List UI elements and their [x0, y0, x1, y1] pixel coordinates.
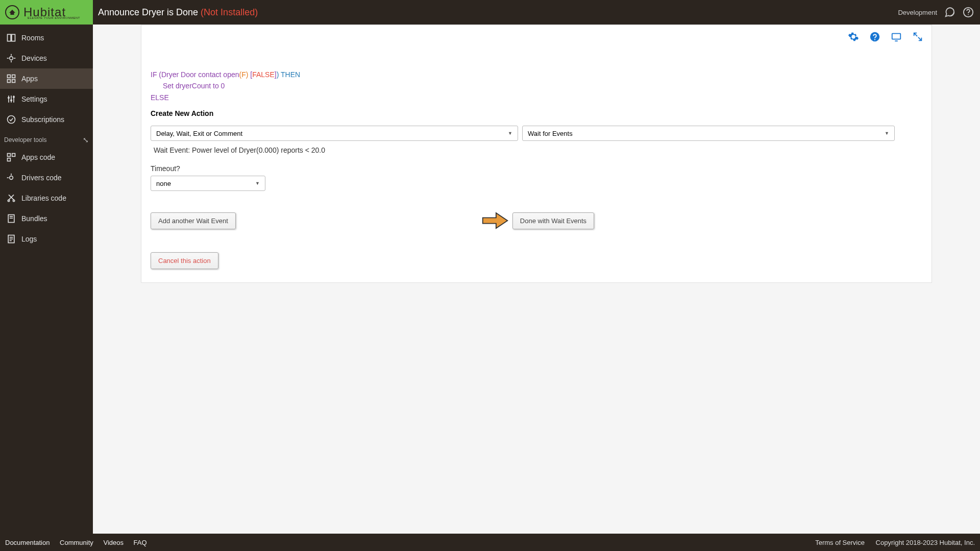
apps-icon [6, 74, 16, 84]
footer-copyright: Copyright 2018-2023 Hubitat, Inc. [876, 539, 975, 546]
sidebar-item-libraries-code[interactable]: Libraries code [0, 188, 93, 208]
svg-rect-9 [8, 75, 11, 78]
sidebar-item-subscriptions[interactable]: Subscriptions [0, 109, 93, 130]
logo-icon [5, 5, 19, 19]
svg-rect-3 [12, 34, 15, 41]
svg-rect-12 [12, 80, 15, 83]
cancel-action-button[interactable]: Cancel this action [151, 252, 218, 269]
rule-card: IF (Dryer Door contact open(F) [FALSE]) … [141, 25, 932, 283]
select-value: none [156, 180, 171, 187]
arrow-annotation-icon [481, 209, 509, 232]
footer-link-community[interactable]: Community [60, 539, 93, 546]
svg-point-26 [8, 200, 9, 201]
mode-label: Development [898, 9, 937, 16]
sidebar-item-apps-code[interactable]: Apps code [0, 147, 93, 167]
app-header: Hubitat ELEVATE YOUR ENVIRONMENT Announc… [0, 0, 980, 25]
wait-buttons-row: Add another Wait Event Done with Wait Ev… [151, 209, 922, 232]
sidebar-item-label: Settings [21, 95, 47, 103]
svg-point-18 [13, 96, 14, 98]
sidebar-item-devices[interactable]: Devices [0, 48, 93, 68]
sidebar-item-drivers-code[interactable]: Drivers code [0, 167, 93, 188]
rooms-icon [6, 33, 16, 43]
subscriptions-icon [6, 114, 16, 125]
chat-icon[interactable] [944, 7, 955, 18]
collapse-icon: ⤡ [83, 136, 89, 144]
sidebar-item-apps[interactable]: Apps [0, 68, 93, 89]
footer-links: Documentation Community Videos FAQ [5, 539, 155, 546]
rule-else: ELSE [151, 92, 922, 103]
sidebar-item-label: Rooms [21, 34, 44, 42]
content-area: IF (Dryer Door contact open(F) [FALSE]) … [93, 25, 980, 534]
select-value: Delay, Wait, Exit or Comment [156, 130, 242, 137]
rule-then: ) THEN [277, 70, 300, 79]
rule-set: Set dryerCount to 0 [151, 80, 922, 91]
sidebar-item-label: Subscriptions [21, 115, 64, 124]
sidebar-item-label: Devices [21, 54, 47, 62]
done-wait-events-button[interactable]: Done with Wait Events [512, 212, 594, 229]
sidebar-item-rooms[interactable]: Rooms [0, 28, 93, 48]
sidebar-item-settings[interactable]: Settings [0, 89, 93, 109]
svg-rect-10 [12, 75, 15, 78]
svg-rect-2 [8, 34, 11, 41]
help-icon[interactable] [963, 7, 974, 18]
svg-point-4 [10, 57, 13, 60]
svg-rect-22 [8, 158, 11, 161]
timeout-select[interactable]: none [151, 176, 265, 191]
dropdown-row: Delay, Wait, Exit or Comment Wait for Ev… [151, 126, 922, 141]
create-action-label: Create New Action [151, 109, 922, 117]
svg-point-19 [8, 116, 15, 124]
devices-icon [6, 53, 16, 63]
footer-link-documentation[interactable]: Documentation [5, 539, 50, 546]
rule-f: (F) [239, 70, 249, 79]
page-title: Announce Dryer is Done (Not Installed) [98, 7, 258, 18]
svg-point-17 [10, 100, 12, 101]
sidebar-item-label: Bundles [21, 214, 47, 223]
settings-icon [6, 94, 16, 104]
svg-point-1 [968, 14, 969, 15]
screen-icon[interactable] [891, 31, 902, 42]
rule-if: IF (Dryer Door contact open [151, 70, 239, 79]
timeout-label: Timeout? [151, 164, 922, 173]
sidebar-item-bundles[interactable]: Bundles [0, 208, 93, 229]
svg-point-27 [13, 200, 14, 201]
title-suffix: (Not Installed) [201, 7, 258, 17]
svg-point-16 [8, 97, 9, 99]
sidebar-section-devtools[interactable]: Developer tools ⤡ [0, 130, 93, 147]
rule-false: FALSE [252, 70, 275, 79]
apps-code-icon [6, 152, 16, 162]
drivers-code-icon [6, 173, 16, 183]
section-label: Developer tools [4, 136, 46, 143]
header-right: Development [898, 7, 980, 18]
footer: Documentation Community Videos FAQ Terms… [0, 534, 980, 551]
sidebar-item-label: Apps code [21, 153, 55, 161]
svg-rect-21 [12, 154, 15, 157]
action-subtype-select[interactable]: Wait for Events [522, 126, 895, 141]
rule-display: IF (Dryer Door contact open(F) [FALSE]) … [151, 69, 922, 103]
libraries-code-icon [6, 193, 16, 203]
action-type-select[interactable]: Delay, Wait, Exit or Comment [151, 126, 518, 141]
expand-icon[interactable] [912, 31, 923, 42]
wait-event-summary: Wait Event: Power level of Dryer(0.000) … [154, 146, 922, 154]
footer-link-faq[interactable]: FAQ [134, 539, 147, 546]
brand-logo[interactable]: Hubitat ELEVATE YOUR ENVIRONMENT [0, 0, 93, 25]
sidebar-item-label: Libraries code [21, 194, 66, 202]
cancel-row: Cancel this action [151, 252, 922, 269]
svg-rect-36 [892, 34, 901, 39]
logs-icon [6, 234, 16, 244]
footer-tos[interactable]: Terms of Service [815, 539, 865, 546]
svg-point-23 [10, 176, 13, 180]
bundles-icon [6, 213, 16, 224]
gear-icon[interactable] [848, 31, 859, 42]
select-value: Wait for Events [528, 130, 573, 137]
sidebar-item-logs[interactable]: Logs [0, 229, 93, 249]
footer-right: Terms of Service Copyright 2018-2023 Hub… [806, 539, 975, 546]
brand-tagline: ELEVATE YOUR ENVIRONMENT [28, 16, 80, 19]
svg-rect-11 [8, 80, 11, 83]
help-circle-icon[interactable] [869, 31, 880, 42]
add-wait-event-button[interactable]: Add another Wait Event [151, 212, 236, 229]
sidebar-item-label: Apps [21, 75, 38, 83]
sidebar-item-label: Logs [21, 235, 37, 243]
svg-rect-20 [8, 154, 11, 157]
footer-link-videos[interactable]: Videos [103, 539, 124, 546]
card-toolbar [848, 31, 923, 42]
